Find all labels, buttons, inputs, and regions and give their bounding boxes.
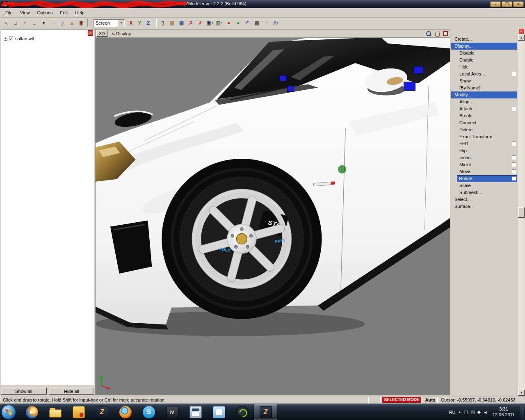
command-break[interactable]: Break bbox=[451, 112, 517, 119]
command-mirror[interactable]: Mirror bbox=[451, 161, 517, 168]
command-delete[interactable]: Delete bbox=[451, 126, 517, 133]
command-exact-transform[interactable]: Exact Transform bbox=[451, 133, 517, 140]
taskbar-zmodeler[interactable]: Z bbox=[90, 404, 114, 420]
left-panel-close-button[interactable]: ✕ bbox=[88, 30, 93, 36]
font-color-icon[interactable]: A bbox=[271, 18, 281, 27]
menu-help[interactable]: Help bbox=[71, 8, 88, 17]
vertices-level-icon[interactable]: ∴ bbox=[48, 18, 58, 27]
screen-mode-select[interactable]: Screen ▾ bbox=[94, 19, 125, 27]
tree-expander-icon[interactable]: + bbox=[4, 37, 7, 41]
show-all-button[interactable]: Show all bbox=[1, 388, 47, 395]
show-desktop-button[interactable] bbox=[520, 404, 524, 420]
material-editor-icon[interactable]: ● bbox=[224, 18, 233, 27]
menu-options[interactable]: Options bbox=[33, 8, 56, 17]
command-by-name[interactable]: [By Name] bbox=[451, 84, 517, 91]
command-flip[interactable]: Flip bbox=[451, 147, 517, 154]
taskbar-calculator[interactable] bbox=[184, 404, 207, 420]
scrollbar-thumb[interactable] bbox=[518, 207, 525, 218]
pan-icon[interactable] bbox=[434, 31, 440, 37]
command-connect[interactable]: Connect bbox=[451, 119, 517, 126]
import-combo-icon[interactable]: ▣ bbox=[205, 18, 215, 27]
taskbar-app-gold[interactable] bbox=[67, 404, 90, 420]
render-settings-icon[interactable]: ● bbox=[233, 18, 243, 27]
titlebar[interactable]: Z ZModeler ver 2.2.2 (Build 964) – ❐ ✕ bbox=[0, 0, 525, 8]
redo-icon[interactable]: ↷ bbox=[262, 18, 271, 27]
taskbar-openiv[interactable]: IV bbox=[160, 404, 184, 420]
command-insert[interactable]: Insert bbox=[451, 154, 517, 161]
command-attach[interactable]: Attach bbox=[451, 105, 517, 112]
command-disable[interactable]: Disable bbox=[451, 50, 517, 57]
select-area-icon[interactable]: □ bbox=[11, 18, 20, 27]
menu-view[interactable]: View bbox=[16, 8, 34, 17]
command-ffd[interactable]: FFD bbox=[451, 140, 517, 147]
select-arrow-icon[interactable]: ↖ bbox=[1, 18, 11, 27]
combo-arrow-icon[interactable]: ▾ bbox=[118, 20, 124, 27]
breadcrumb-back-button[interactable]: < bbox=[110, 31, 116, 36]
manipulator-icon[interactable]: + bbox=[20, 18, 30, 27]
tray-update-icon[interactable]: ◆ bbox=[477, 409, 480, 415]
command-align[interactable]: Align... bbox=[451, 98, 517, 105]
command-rotate[interactable]: Rotate bbox=[457, 175, 517, 182]
command-checkbox[interactable] bbox=[512, 162, 516, 167]
command-display[interactable]: Display... bbox=[451, 43, 517, 50]
tree-item-sultan[interactable]: + ✓ sultan.wft bbox=[1, 30, 94, 41]
axis-x-button[interactable]: X bbox=[127, 19, 135, 27]
taskbar-explorer[interactable] bbox=[43, 404, 67, 420]
taskbar-media-green[interactable] bbox=[231, 404, 254, 420]
command-checkbox[interactable] bbox=[512, 155, 516, 160]
start-button[interactable] bbox=[1, 405, 16, 420]
taskbar-media-player[interactable] bbox=[20, 404, 43, 420]
local-axes-icon[interactable]: ∟ bbox=[30, 18, 39, 27]
taskbar-photo-viewer[interactable] bbox=[207, 404, 231, 420]
command-checkbox[interactable] bbox=[512, 176, 516, 180]
command-checkbox[interactable] bbox=[512, 142, 516, 146]
tree-checkbox[interactable]: ✓ bbox=[9, 37, 14, 41]
language-indicator[interactable]: RU bbox=[449, 410, 456, 415]
delete-icon[interactable]: ✗ bbox=[186, 18, 196, 27]
view-mode-button[interactable]: 3D bbox=[96, 30, 107, 37]
axis-y-button[interactable]: Y bbox=[135, 19, 144, 27]
notes-icon[interactable]: ▤ bbox=[252, 18, 262, 27]
maximize-button[interactable]: ❐ bbox=[502, 1, 512, 7]
clock[interactable]: 3:31 12.06.2011 bbox=[491, 406, 516, 418]
command-create[interactable]: Create... bbox=[451, 36, 517, 43]
edges-level-icon[interactable]: △ bbox=[58, 18, 67, 27]
command-hide[interactable]: Hide bbox=[451, 64, 517, 71]
taskbar-skype[interactable]: S bbox=[137, 404, 160, 420]
helper-sphere[interactable] bbox=[338, 165, 346, 173]
tray-program-icon[interactable]: ▢ bbox=[464, 409, 468, 415]
command-select[interactable]: Select... bbox=[451, 196, 517, 203]
command-local-axes[interactable]: Local Axes... bbox=[451, 71, 517, 78]
menu-file[interactable]: File bbox=[2, 8, 16, 17]
command-surface[interactable]: Surface... bbox=[451, 203, 517, 210]
command-checkbox[interactable] bbox=[512, 72, 516, 76]
viewport-3d-scene[interactable]: STI bbox=[96, 38, 450, 395]
command-modify[interactable]: Modify... bbox=[451, 91, 517, 98]
command-checkbox[interactable] bbox=[512, 107, 516, 111]
taskbar-zmodeler-active[interactable]: Z bbox=[254, 404, 277, 420]
right-panel-close-button[interactable]: ✕ bbox=[519, 29, 524, 34]
show-hidden-icons-button[interactable]: ▴ bbox=[459, 410, 461, 414]
new-file-icon[interactable]: ▯ bbox=[158, 18, 167, 27]
save-file-icon[interactable]: ▦ bbox=[177, 18, 186, 27]
command-scale[interactable]: Scale bbox=[451, 182, 517, 189]
command-checkbox[interactable] bbox=[512, 169, 516, 173]
command-show[interactable]: Show bbox=[451, 78, 517, 84]
objects-level-icon[interactable]: ▣ bbox=[77, 18, 86, 27]
status-auto-toggle[interactable]: Auto bbox=[423, 397, 438, 403]
taskbar-firefox[interactable] bbox=[114, 404, 137, 420]
modes-dropdown-icon[interactable]: ▾ bbox=[39, 18, 48, 27]
tray-volume-icon[interactable]: ◄ bbox=[483, 410, 488, 415]
scroll-up-button[interactable]: ▲ bbox=[518, 34, 525, 41]
hide-all-button[interactable]: Hide all bbox=[49, 388, 95, 395]
close-button[interactable]: ✕ bbox=[513, 1, 524, 7]
tray-keyboard-icon[interactable]: ▤ bbox=[470, 409, 475, 415]
polygons-level-icon[interactable]: ▲ bbox=[67, 18, 77, 27]
open-file-icon[interactable]: ▤ bbox=[167, 18, 177, 27]
maximize-viewport-icon[interactable] bbox=[443, 31, 448, 36]
undo-icon[interactable]: ↶ bbox=[243, 18, 252, 27]
zoom-icon[interactable] bbox=[426, 31, 431, 37]
scroll-down-button[interactable]: ▼ bbox=[518, 390, 525, 396]
command-move[interactable]: Move bbox=[451, 168, 517, 175]
axis-z-button[interactable]: Z bbox=[144, 19, 153, 27]
